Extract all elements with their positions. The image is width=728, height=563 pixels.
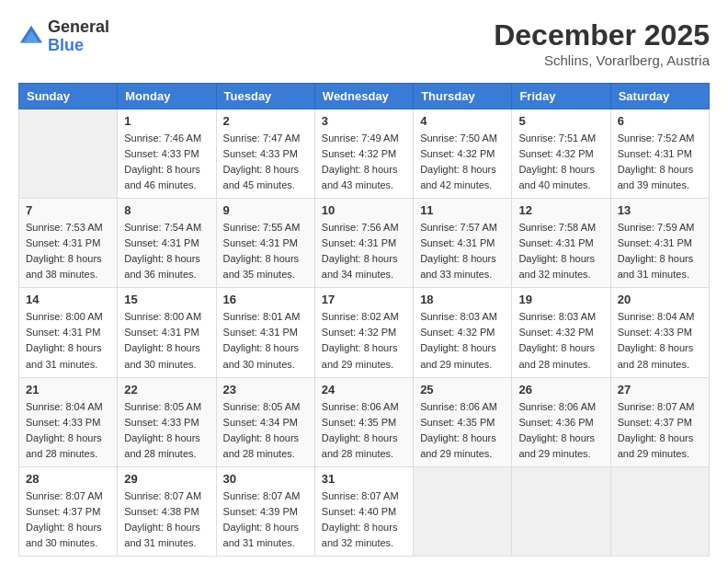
day-info: Sunrise: 8:07 AMSunset: 4:40 PMDaylight:… (322, 488, 406, 551)
calendar-header-row: SundayMondayTuesdayWednesdayThursdayFrid… (19, 84, 710, 109)
day-number: 12 (518, 203, 603, 217)
day-info: Sunrise: 8:00 AMSunset: 4:31 PMDaylight:… (124, 309, 209, 372)
day-number: 1 (124, 114, 209, 128)
calendar-cell (512, 466, 610, 556)
day-of-week-header: Friday (512, 84, 610, 109)
day-info: Sunrise: 7:46 AMSunset: 4:33 PMDaylight:… (124, 131, 209, 193)
day-number: 26 (518, 383, 603, 396)
day-number: 18 (420, 293, 505, 306)
calendar-cell: 15Sunrise: 8:00 AMSunset: 4:31 PMDayligh… (118, 288, 216, 377)
day-info: Sunrise: 8:00 AMSunset: 4:31 PMDaylight:… (26, 309, 110, 372)
calendar-cell: 5Sunrise: 7:51 AMSunset: 4:32 PMDaylight… (512, 109, 610, 199)
month-year: December 2025 (494, 18, 710, 52)
day-info: Sunrise: 7:55 AMSunset: 4:31 PMDaylight:… (223, 220, 308, 282)
day-info: Sunrise: 8:05 AMSunset: 4:33 PMDaylight:… (124, 399, 209, 462)
location: Schlins, Vorarlberg, Austria (494, 52, 710, 68)
day-info: Sunrise: 8:07 AMSunset: 4:37 PMDaylight:… (26, 488, 110, 551)
day-of-week-header: Monday (118, 84, 216, 109)
day-info: Sunrise: 7:53 AMSunset: 4:31 PMDaylight:… (26, 220, 110, 282)
logo-text: General Blue (48, 18, 109, 55)
day-info: Sunrise: 8:07 AMSunset: 4:39 PMDaylight:… (223, 488, 308, 551)
day-number: 4 (420, 114, 505, 128)
day-info: Sunrise: 8:04 AMSunset: 4:33 PMDaylight:… (618, 309, 702, 372)
day-number: 21 (26, 383, 110, 396)
day-info: Sunrise: 7:47 AMSunset: 4:33 PMDaylight:… (223, 131, 308, 193)
calendar-cell: 21Sunrise: 8:04 AMSunset: 4:33 PMDayligh… (19, 377, 118, 466)
day-info: Sunrise: 8:07 AMSunset: 4:37 PMDaylight:… (618, 399, 702, 462)
day-number: 9 (223, 203, 308, 217)
day-of-week-header: Sunday (19, 84, 118, 109)
calendar-cell: 3Sunrise: 7:49 AMSunset: 4:32 PMDaylight… (314, 109, 413, 199)
calendar-cell: 22Sunrise: 8:05 AMSunset: 4:33 PMDayligh… (118, 377, 216, 466)
day-info: Sunrise: 8:03 AMSunset: 4:32 PMDaylight:… (518, 309, 603, 372)
day-info: Sunrise: 7:58 AMSunset: 4:31 PMDaylight:… (518, 220, 603, 282)
day-info: Sunrise: 8:06 AMSunset: 4:35 PMDaylight:… (420, 399, 505, 462)
calendar-cell: 14Sunrise: 8:00 AMSunset: 4:31 PMDayligh… (19, 288, 118, 377)
day-number: 7 (26, 203, 110, 217)
day-info: Sunrise: 7:49 AMSunset: 4:32 PMDaylight:… (322, 131, 406, 193)
title-block: December 2025 Schlins, Vorarlberg, Austr… (494, 18, 710, 68)
calendar-cell: 6Sunrise: 7:52 AMSunset: 4:31 PMDaylight… (610, 109, 709, 199)
day-info: Sunrise: 7:51 AMSunset: 4:32 PMDaylight:… (518, 131, 603, 193)
day-number: 30 (223, 472, 308, 486)
day-number: 6 (618, 114, 702, 128)
calendar-cell: 16Sunrise: 8:01 AMSunset: 4:31 PMDayligh… (216, 288, 314, 377)
calendar-cell: 20Sunrise: 8:04 AMSunset: 4:33 PMDayligh… (610, 288, 709, 377)
day-of-week-header: Wednesday (314, 84, 413, 109)
calendar-week-row: 21Sunrise: 8:04 AMSunset: 4:33 PMDayligh… (19, 377, 710, 466)
day-number: 31 (322, 472, 406, 486)
day-of-week-header: Thursday (414, 84, 512, 109)
logo: General Blue (18, 18, 109, 55)
calendar-week-row: 28Sunrise: 8:07 AMSunset: 4:37 PMDayligh… (19, 466, 710, 556)
page-header: General Blue December 2025 Schlins, Vora… (18, 18, 710, 68)
calendar-cell: 1Sunrise: 7:46 AMSunset: 4:33 PMDaylight… (118, 109, 216, 199)
day-number: 27 (618, 383, 702, 396)
calendar-cell: 29Sunrise: 8:07 AMSunset: 4:38 PMDayligh… (118, 466, 216, 556)
logo-icon (18, 24, 44, 50)
calendar-cell: 17Sunrise: 8:02 AMSunset: 4:32 PMDayligh… (314, 288, 413, 377)
day-of-week-header: Tuesday (216, 84, 314, 109)
day-number: 23 (223, 383, 308, 396)
day-number: 11 (420, 203, 505, 217)
day-number: 5 (518, 114, 603, 128)
day-info: Sunrise: 8:01 AMSunset: 4:31 PMDaylight:… (223, 309, 308, 372)
day-number: 14 (26, 293, 110, 306)
calendar-cell: 11Sunrise: 7:57 AMSunset: 4:31 PMDayligh… (414, 199, 512, 288)
calendar-cell (19, 109, 118, 199)
day-number: 2 (223, 114, 308, 128)
calendar-cell: 9Sunrise: 7:55 AMSunset: 4:31 PMDaylight… (216, 199, 314, 288)
calendar-cell: 25Sunrise: 8:06 AMSunset: 4:35 PMDayligh… (414, 377, 512, 466)
calendar-cell: 31Sunrise: 8:07 AMSunset: 4:40 PMDayligh… (314, 466, 413, 556)
day-number: 17 (322, 293, 406, 306)
calendar-table: SundayMondayTuesdayWednesdayThursdayFrid… (18, 83, 710, 557)
calendar-cell: 13Sunrise: 7:59 AMSunset: 4:31 PMDayligh… (610, 199, 709, 288)
day-info: Sunrise: 7:52 AMSunset: 4:31 PMDaylight:… (618, 131, 702, 193)
calendar-cell: 18Sunrise: 8:03 AMSunset: 4:32 PMDayligh… (414, 288, 512, 377)
day-info: Sunrise: 8:07 AMSunset: 4:38 PMDaylight:… (124, 488, 209, 551)
calendar-cell: 7Sunrise: 7:53 AMSunset: 4:31 PMDaylight… (19, 199, 118, 288)
calendar-cell: 28Sunrise: 8:07 AMSunset: 4:37 PMDayligh… (19, 466, 118, 556)
calendar-cell: 2Sunrise: 7:47 AMSunset: 4:33 PMDaylight… (216, 109, 314, 199)
day-number: 10 (322, 203, 406, 217)
day-info: Sunrise: 8:02 AMSunset: 4:32 PMDaylight:… (322, 309, 406, 372)
day-number: 25 (420, 383, 505, 396)
calendar-cell: 24Sunrise: 8:06 AMSunset: 4:35 PMDayligh… (314, 377, 413, 466)
day-info: Sunrise: 8:03 AMSunset: 4:32 PMDaylight:… (420, 309, 505, 372)
calendar-cell: 4Sunrise: 7:50 AMSunset: 4:32 PMDaylight… (414, 109, 512, 199)
calendar-cell: 8Sunrise: 7:54 AMSunset: 4:31 PMDaylight… (118, 199, 216, 288)
calendar-cell: 26Sunrise: 8:06 AMSunset: 4:36 PMDayligh… (512, 377, 610, 466)
day-number: 29 (124, 472, 209, 486)
day-number: 19 (518, 293, 603, 306)
day-number: 3 (322, 114, 406, 128)
day-info: Sunrise: 7:57 AMSunset: 4:31 PMDaylight:… (420, 220, 505, 282)
day-number: 16 (223, 293, 308, 306)
day-number: 22 (124, 383, 209, 396)
day-info: Sunrise: 8:06 AMSunset: 4:36 PMDaylight:… (518, 399, 603, 462)
day-number: 13 (618, 203, 702, 217)
calendar-cell: 23Sunrise: 8:05 AMSunset: 4:34 PMDayligh… (216, 377, 314, 466)
calendar-cell (610, 466, 709, 556)
day-info: Sunrise: 8:05 AMSunset: 4:34 PMDaylight:… (223, 399, 308, 462)
calendar-cell: 10Sunrise: 7:56 AMSunset: 4:31 PMDayligh… (314, 199, 413, 288)
calendar-week-row: 7Sunrise: 7:53 AMSunset: 4:31 PMDaylight… (19, 199, 710, 288)
day-number: 8 (124, 203, 209, 217)
